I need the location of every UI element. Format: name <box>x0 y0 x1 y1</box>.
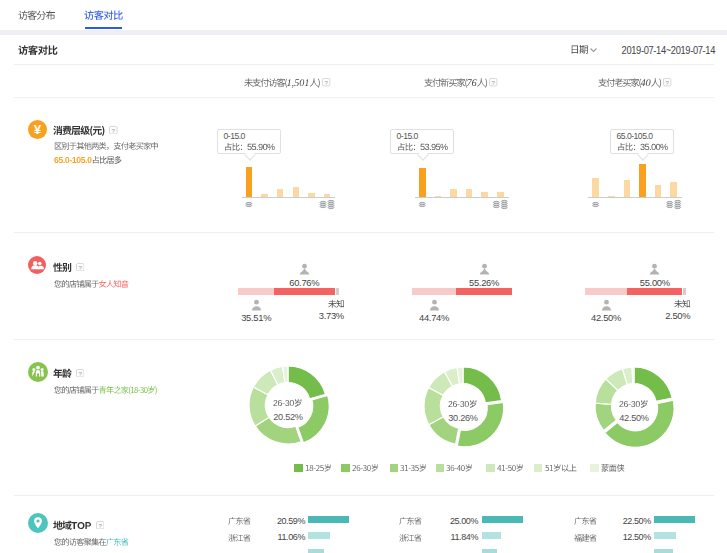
svg-text:?: ? <box>78 263 82 270</box>
svg-text:?: ? <box>78 369 82 376</box>
svg-text:?: ? <box>98 521 102 528</box>
svg-text:?: ? <box>112 126 116 133</box>
